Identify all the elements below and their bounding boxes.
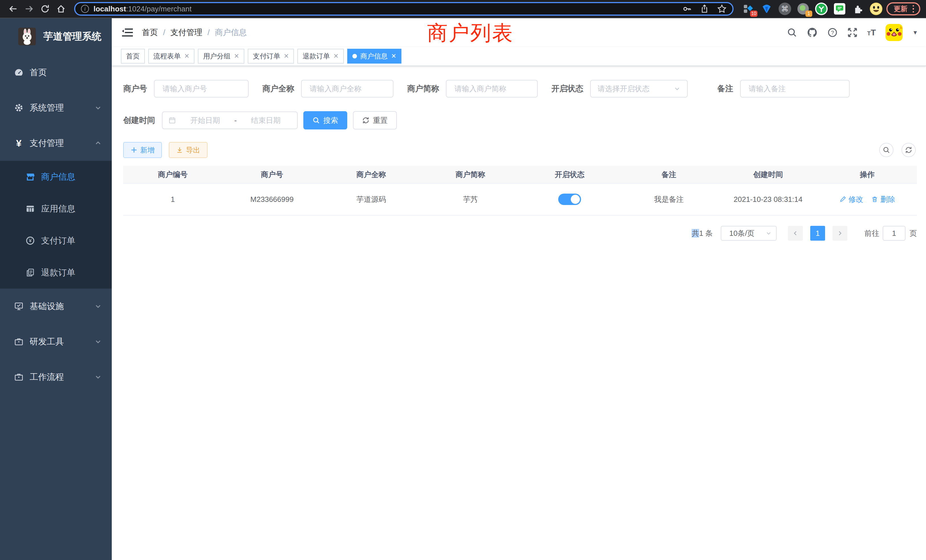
browser-menu-icon[interactable] [912,5,914,12]
sidebar-item-refund-order[interactable]: 退款订单 [0,257,112,289]
sidebar-item-label: 基础设施 [30,301,64,312]
sidebar-item-label: 研发工具 [30,336,64,348]
password-key-icon[interactable] [682,4,692,14]
goto-label: 前往 [864,229,879,238]
user-avatar[interactable] [885,24,903,41]
breadcrumb-pay[interactable]: 支付管理 [171,27,203,38]
current-page[interactable]: 1 [810,226,825,241]
close-icon[interactable]: ✕ [284,53,289,60]
url-bar[interactable]: i localhost:1024/pay/merchant [74,2,734,16]
chevron-down-icon [674,86,680,92]
sidebar-item-pay[interactable]: ¥ 支付管理 [0,126,112,161]
extensions-puzzle-icon[interactable] [851,2,865,16]
share-icon[interactable] [700,4,709,14]
close-icon[interactable]: ✕ [184,53,189,60]
page-size-select[interactable]: 10条/页 [721,226,776,241]
short-name-input[interactable] [453,84,530,94]
refresh-table-button[interactable] [902,143,916,157]
ext-chat-icon[interactable] [833,2,846,16]
ext-y-green-icon[interactable] [814,2,828,16]
sidebar-item-home[interactable]: 首页 [0,55,112,90]
browser-forward-button[interactable] [22,2,36,16]
browser-update-button[interactable]: 更新 [887,2,920,15]
sidebar-collapse-icon[interactable] [122,28,133,37]
prev-page-button[interactable] [788,226,803,241]
browser-toolbar: i localhost:1024/pay/merchant 10 [0,0,926,18]
next-page-button[interactable] [832,226,847,241]
active-dot [353,54,357,59]
sidebar-item-system[interactable]: 系统管理 [0,90,112,126]
sidebar-item-dev-tools[interactable]: 研发工具 [0,324,112,359]
reset-button[interactable]: 重置 [353,111,397,129]
ext-command-icon[interactable]: ⌘ [778,2,792,16]
sidebar-item-label: 系统管理 [30,102,64,114]
chevron-down-icon [95,374,101,380]
browser-back-button[interactable] [6,2,21,16]
full-name-input[interactable] [309,84,386,94]
status-toggle[interactable] [558,194,581,205]
gear-icon [14,103,24,113]
col-merchant-id: 商户编号 [123,170,222,180]
ext-emoji-avatar-icon[interactable] [869,2,883,16]
ext-proxy-icon[interactable]: 1 [796,2,810,16]
status-select[interactable]: 请选择开启状态 [590,80,688,97]
cell-merchant-no: M233666999 [222,195,322,204]
url-text: localhost:1024/pay/merchant [94,5,678,14]
sidebar-item-pay-order[interactable]: ¥ 支付订单 [0,225,112,257]
sidebar-item-app-info[interactable]: 应用信息 [0,193,112,225]
export-button[interactable]: 导出 [169,142,207,158]
close-icon[interactable]: ✕ [391,53,396,60]
breadcrumb-home[interactable]: 首页 [142,27,158,38]
close-icon[interactable]: ✕ [333,53,338,60]
tag-user-group[interactable]: 用户分组✕ [198,49,244,64]
help-icon[interactable]: ? [828,27,838,38]
goto-page-input[interactable] [883,226,905,241]
tag-home[interactable]: 首页 [121,49,145,64]
page-content: 商户号 商户全称 商户简称 开启状态 请选择开启状态 [112,66,926,560]
close-icon[interactable]: ✕ [234,53,239,60]
add-button[interactable]: 新增 [123,142,162,158]
tag-process-form[interactable]: 流程表单✕ [148,49,194,64]
full-name-input-wrap [301,80,393,97]
avatar-caret-icon[interactable]: ▼ [912,29,918,36]
sidebar: 芋道管理系统 首页 系统管理 ¥ 支付管理 [0,18,112,560]
table-header: 商户编号 商户号 商户全称 商户简称 开启状态 备注 创建时间 操作 [123,166,917,184]
app-title: 芋道管理系统 [43,30,101,43]
tag-merchant-info[interactable]: 商户信息✕ [347,49,401,64]
delete-link[interactable]: 删除 [871,194,895,204]
browser-refresh-button[interactable] [38,2,53,16]
yen-circle-icon: ¥ [25,236,35,246]
documents-icon [25,268,35,277]
sidebar-item-label: 支付管理 [30,138,64,149]
date-end-placeholder: 结束日期 [240,115,291,126]
remark-input[interactable] [747,84,842,94]
ext-tabs-icon[interactable]: 10 [741,2,755,16]
browser-home-button[interactable] [54,2,68,16]
merchant-no-input[interactable] [161,84,241,94]
search-button[interactable]: 搜索 [303,111,347,129]
date-range-picker[interactable]: 开始日期 - 结束日期 [162,112,298,129]
page-unit-label: 页 [909,229,917,238]
toggle-search-button[interactable] [879,143,894,157]
cell-short-name: 芋艿 [421,194,520,204]
site-info-icon[interactable]: i [81,5,89,13]
tag-refund-order[interactable]: 退款订单✕ [297,49,343,64]
status-label: 开启状态 [551,83,583,94]
edit-link[interactable]: 修改 [839,194,863,204]
cell-created: 2021-10-23 08:31:14 [719,195,818,204]
sidebar-item-infra[interactable]: 基础设施 [0,289,112,324]
header-search-icon[interactable] [787,27,797,38]
app-logo[interactable]: 芋道管理系统 [0,18,112,55]
calendar-icon [168,117,176,124]
sidebar-item-workflow[interactable]: 工作流程 [0,359,112,395]
github-icon[interactable] [807,27,818,38]
font-size-icon[interactable]: TT [867,28,876,37]
col-created: 创建时间 [719,170,818,180]
created-label: 创建时间 [123,115,155,126]
chevron-down-icon [95,104,101,111]
sidebar-item-merchant-info[interactable]: 商户信息 [0,161,112,193]
fullscreen-icon[interactable] [847,27,858,38]
bookmark-star-icon[interactable] [717,4,727,14]
tag-pay-order[interactable]: 支付订单✕ [248,49,294,64]
ext-kite-icon[interactable] [760,2,773,16]
